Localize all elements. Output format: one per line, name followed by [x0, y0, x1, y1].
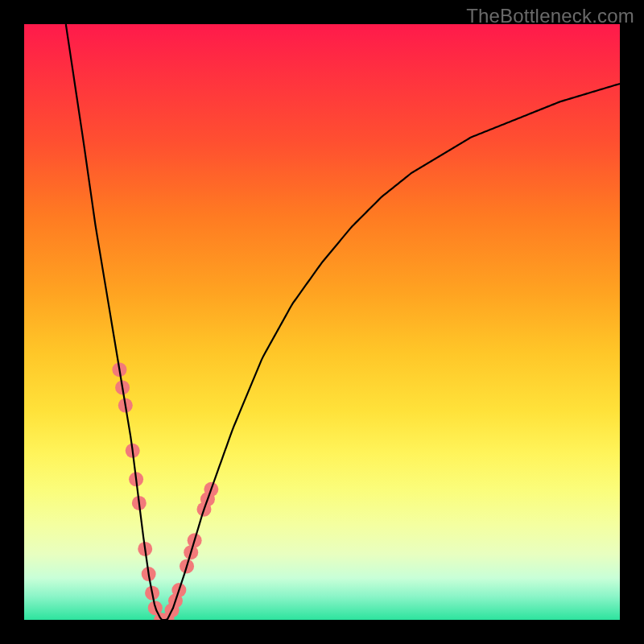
marker-group: [112, 362, 218, 620]
bottleneck-curve: [66, 24, 620, 620]
chart-frame: TheBottleneck.com: [0, 0, 644, 644]
plot-area: [24, 24, 620, 620]
curve-overlay: [24, 24, 620, 620]
